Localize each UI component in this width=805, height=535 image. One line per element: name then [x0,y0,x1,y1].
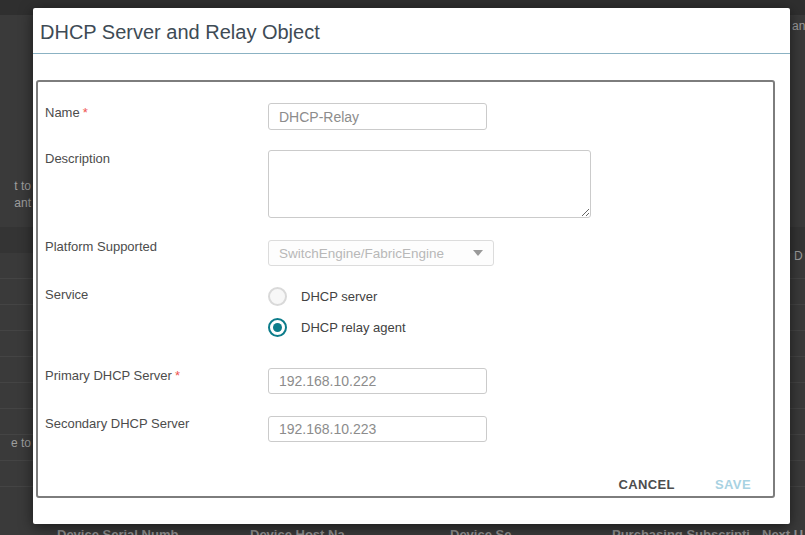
description-textarea[interactable] [268,150,591,218]
cancel-button[interactable]: CANCEL [616,473,677,496]
title-divider [33,53,790,54]
radio-selected-icon[interactable] [268,318,287,337]
dialog-title: DHCP Server and Relay Object [40,21,320,44]
service-label: Service [45,287,88,302]
name-label: Name* [45,105,88,120]
radio-option-dhcp-server[interactable]: DHCP server [268,287,377,306]
primary-dhcp-server-label: Primary DHCP Server* [45,368,180,383]
radio-option-label: DHCP server [301,289,377,304]
background-column-header: Purchasing Subscripti [612,527,750,535]
secondary-dhcp-server-label: Secondary DHCP Server [45,416,189,431]
background-column-header: Device Host Na [250,527,345,535]
required-asterisk: * [83,105,88,120]
secondary-dhcp-server-input[interactable] [268,416,487,442]
platform-supported-label: Platform Supported [45,239,157,254]
dialog-form-panel: Name* Description Platform Supported Swi… [36,80,775,498]
platform-select[interactable]: SwitchEngine/FabricEngine [268,240,494,266]
radio-option-label: DHCP relay agent [301,320,406,335]
radio-option-dhcp-relay-agent[interactable]: DHCP relay agent [268,318,406,337]
radio-unselected-icon[interactable] [268,287,287,306]
background-text-fragment: t to [0,179,31,193]
background-column-header: Device Se [450,527,511,535]
background-column-header: Device Serial Numb [57,527,178,535]
name-input[interactable] [268,103,487,130]
dhcp-dialog: DHCP Server and Relay Object Name* Descr… [33,8,790,524]
background-text-fragment: e to [0,436,31,450]
chevron-down-icon [473,250,483,256]
primary-dhcp-server-label-text: Primary DHCP Server [45,368,172,383]
name-label-text: Name [45,105,80,120]
background-text-fragment: ant [0,196,31,210]
background-column-header: Next U [762,527,803,535]
save-button[interactable]: SAVE [713,473,753,496]
dialog-button-row: CANCEL SAVE [616,473,753,496]
required-asterisk: * [175,368,180,383]
description-label: Description [45,151,110,166]
background-text-fragment: D [794,249,803,263]
primary-dhcp-server-input[interactable] [268,368,487,394]
platform-select-value: SwitchEngine/FabricEngine [279,246,467,261]
screen: t to ant e to an D Device Serial Numb De… [0,0,805,535]
background-text-fragment: an [792,19,805,33]
